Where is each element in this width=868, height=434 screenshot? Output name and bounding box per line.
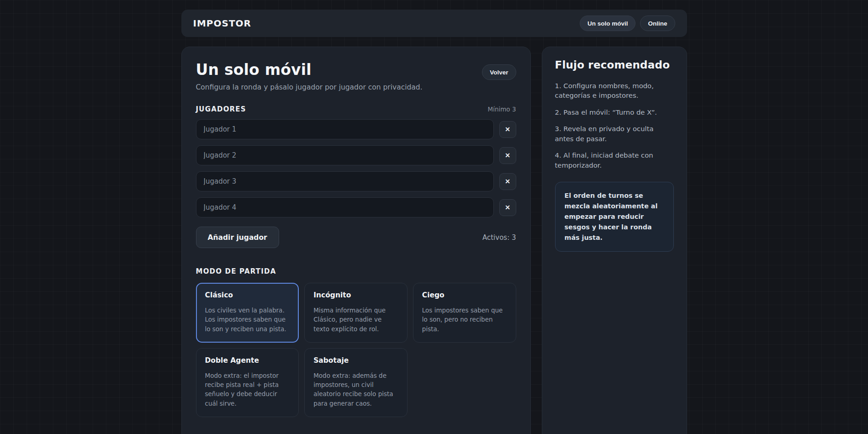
mode-card-description: Modo extra: además de impostores, un civ… bbox=[313, 371, 398, 408]
top-bar: IMPOSTOR Un solo móvil Online bbox=[181, 10, 687, 37]
page-subtitle: Configura la ronda y pásalo jugador por … bbox=[196, 83, 423, 91]
player-row: ✕ bbox=[196, 119, 516, 139]
mode-card-ciego[interactable]: Ciego Los impostores saben que lo son, p… bbox=[413, 283, 516, 343]
mode-card-doble-agente[interactable]: Doble Agente Modo extra: el impostor rec… bbox=[196, 348, 299, 417]
mode-card-incognito[interactable]: Incógnito Misma información que Clásico,… bbox=[304, 283, 408, 343]
flow-step-1: 1. Configura nombres, modo, categorías e… bbox=[555, 81, 674, 101]
remove-player-1-button[interactable]: ✕ bbox=[499, 121, 516, 138]
game-mode-section: MODO DE PARTIDA Clásico Los civiles ven … bbox=[196, 267, 516, 417]
mode-card-description: Los impostores saben que lo son, pero no… bbox=[422, 306, 507, 333]
add-player-button[interactable]: Añadir jugador bbox=[196, 227, 279, 248]
players-min-note: Mínimo 3 bbox=[488, 106, 516, 113]
player-4-input[interactable] bbox=[196, 197, 494, 217]
mode-card-title: Incógnito bbox=[313, 291, 398, 299]
mode-card-title: Ciego bbox=[422, 291, 507, 299]
mode-card-description: Misma información que Clásico, pero nadi… bbox=[313, 306, 398, 333]
mode-card-title: Doble Agente bbox=[205, 356, 290, 365]
flow-step-2: 2. Pasa el móvil: “Turno de X”. bbox=[555, 107, 674, 117]
players-section: JUGADORES Mínimo 3 ✕ ✕ ✕ ✕ bbox=[196, 105, 516, 248]
header-nav: Un solo móvil Online bbox=[580, 16, 675, 31]
player-2-input[interactable] bbox=[196, 145, 494, 165]
player-3-input[interactable] bbox=[196, 171, 494, 191]
nav-online-button[interactable]: Online bbox=[640, 16, 675, 31]
mode-card-description: Los civiles ven la palabra. Los impostor… bbox=[205, 306, 290, 333]
mode-card-clasico[interactable]: Clásico Los civiles ven la palabra. Los … bbox=[196, 283, 299, 343]
page-container: IMPOSTOR Un solo móvil Online Un solo mó… bbox=[181, 10, 687, 434]
close-icon: ✕ bbox=[505, 152, 510, 159]
remove-player-3-button[interactable]: ✕ bbox=[499, 173, 516, 190]
player-row: ✕ bbox=[196, 171, 516, 191]
players-footer: Añadir jugador Activos: 3 bbox=[196, 227, 516, 248]
game-mode-grid: Clásico Los civiles ven la palabra. Los … bbox=[196, 283, 516, 417]
players-section-title: JUGADORES bbox=[196, 105, 246, 113]
nav-un-solo-movil-button[interactable]: Un solo móvil bbox=[580, 16, 636, 31]
mode-card-title: Sabotaje bbox=[313, 356, 398, 365]
close-icon: ✕ bbox=[505, 178, 510, 185]
page-title: Un solo móvil bbox=[196, 61, 423, 79]
game-mode-section-header: MODO DE PARTIDA bbox=[196, 267, 516, 275]
mode-card-title: Clásico bbox=[205, 291, 290, 299]
content-columns: Un solo móvil Configura la ronda y pásal… bbox=[181, 47, 687, 434]
remove-player-4-button[interactable]: ✕ bbox=[499, 199, 516, 216]
player-row: ✕ bbox=[196, 197, 516, 217]
close-icon: ✕ bbox=[505, 126, 510, 133]
back-button[interactable]: Volver bbox=[482, 64, 516, 80]
app-logo: IMPOSTOR bbox=[193, 18, 251, 29]
flow-step-3: 3. Revela en privado y oculta antes de p… bbox=[555, 124, 674, 143]
setup-header-text: Un solo móvil Configura la ronda y pásal… bbox=[196, 61, 423, 91]
players-section-header: JUGADORES Mínimo 3 bbox=[196, 105, 516, 113]
flow-step-4: 4. Al final, iniciad debate con temporiz… bbox=[555, 150, 674, 170]
remove-player-2-button[interactable]: ✕ bbox=[499, 147, 516, 164]
close-icon: ✕ bbox=[505, 204, 510, 211]
mode-card-description: Modo extra: el impostor recibe pista rea… bbox=[205, 371, 290, 408]
setup-panel: Un solo móvil Configura la ronda y pásal… bbox=[181, 47, 531, 434]
turn-order-note: El orden de turnos se mezcla aleatoriame… bbox=[555, 182, 674, 251]
player-row: ✕ bbox=[196, 145, 516, 165]
game-mode-section-title: MODO DE PARTIDA bbox=[196, 267, 276, 275]
active-players-count: Activos: 3 bbox=[482, 233, 516, 242]
player-1-input[interactable] bbox=[196, 119, 494, 139]
recommended-flow-panel: Flujo recomendado 1. Configura nombres, … bbox=[542, 47, 687, 434]
mode-card-sabotaje[interactable]: Sabotaje Modo extra: además de impostore… bbox=[304, 348, 408, 417]
recommended-flow-title: Flujo recomendado bbox=[555, 59, 674, 71]
setup-header: Un solo móvil Configura la ronda y pásal… bbox=[196, 61, 516, 91]
